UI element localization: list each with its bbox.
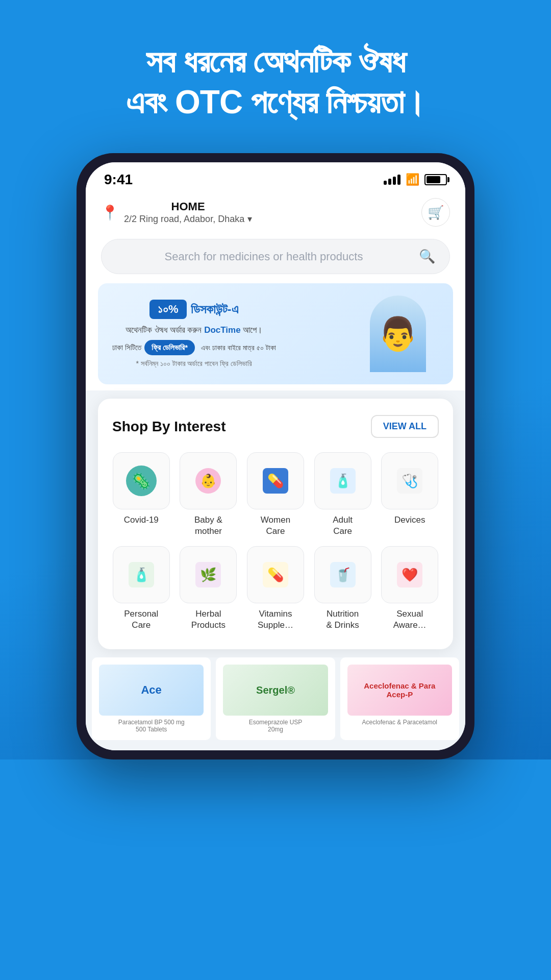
- vitamins-icon-box: 💊: [247, 546, 304, 603]
- baby-mother-icon-box: 👶: [180, 452, 237, 509]
- category-item-devices[interactable]: 🩺 Devices: [381, 452, 439, 537]
- app-header: 📍 HOME 2/2 Ring road, Adabor, Dhaka ▾ 🛒: [86, 193, 465, 235]
- herbal-products-icon-box: 🌿: [180, 546, 237, 603]
- covid-icon: 🦠: [126, 465, 157, 496]
- shop-header: Shop By Interest VIEW ALL: [112, 415, 439, 438]
- shop-by-interest-wrapper: Shop By Interest VIEW ALL 🦠 Covid-19: [86, 390, 465, 657]
- hero-section: সব ধরনের অেথনটিক ঔষধ এবং OTC পণ্যের নিশ্…: [0, 0, 551, 760]
- cart-icon: 🛒: [428, 205, 444, 220]
- brand-name: DocTime: [204, 325, 241, 335]
- hero-line2: এবং OTC পণ্যের নিশ্চয়তা।: [126, 84, 424, 120]
- sexual-aware-icon: ❤️: [397, 562, 422, 587]
- adult-care-icon-box: 🧴: [314, 452, 371, 509]
- personal-care-icon: 🧴: [129, 562, 154, 587]
- covid-label: Covid-19: [124, 514, 159, 526]
- outside-text: এবং ঢাকার বাইরে মাত্র ৫০ টাকা: [201, 344, 276, 352]
- location-address: 2/2 Ring road, Adabor, Dhaka ▾: [124, 213, 252, 225]
- nutrition-drinks-label: Nutrition& Drinks: [326, 608, 359, 631]
- cart-button[interactable]: 🛒: [421, 198, 450, 227]
- adult-care-icon: 🧴: [330, 468, 356, 494]
- product-ace[interactable]: Ace Paracetamol BP 500 mg500 Tablets: [92, 657, 211, 740]
- nutrition-drinks-icon: 🥤: [330, 562, 356, 587]
- sergel-product-image: Sergel®: [223, 665, 328, 716]
- location-text: HOME 2/2 Ring road, Adabor, Dhaka ▾: [124, 200, 252, 225]
- acep-product-name: Aceclofenac & Paracetamol: [362, 719, 437, 726]
- sergel-product-name: Esomeprazole USP20mg: [249, 719, 303, 733]
- discount-percent: ১০%: [149, 300, 187, 319]
- city-label: ঢাকা সিটিতে: [112, 343, 141, 352]
- search-bar-section: Search for medicines or health products …: [86, 235, 465, 283]
- devices-label: Devices: [394, 514, 425, 526]
- banner-desc1: অথেনটিক ঔষধ অর্ডার করুন DocTime আপে।: [112, 324, 276, 336]
- shop-by-interest-section: Shop By Interest VIEW ALL 🦠 Covid-19: [98, 399, 453, 649]
- hero-text: সব ধরনের অেথনটিক ঔষধ এবং OTC পণ্যের নিশ্…: [31, 41, 520, 122]
- status-icons: 📶: [384, 173, 447, 186]
- devices-icon-box: 🩺: [381, 452, 438, 509]
- adult-care-label: AdultCare: [333, 514, 353, 537]
- discount-badge: ১০% ডিসকাউন্ট-এ: [149, 300, 239, 319]
- category-grid: 🦠 Covid-19 👶 Baby &mother: [112, 452, 439, 631]
- sexual-aware-icon-box: ❤️: [381, 546, 438, 603]
- search-input[interactable]: Search for medicines or health products …: [101, 239, 450, 274]
- location-label: HOME: [124, 200, 252, 213]
- wifi-icon: 📶: [406, 173, 419, 186]
- ace-product-image: Ace: [99, 665, 204, 716]
- herbal-products-label: HerbalProducts: [191, 608, 226, 631]
- category-item-nutrition-drinks[interactable]: 🥤 Nutrition& Drinks: [314, 546, 372, 631]
- discount-label: ডিসকাউন্ট-এ: [191, 302, 239, 316]
- category-item-adult-care[interactable]: 🧴 AdultCare: [314, 452, 372, 537]
- products-preview: Ace Paracetamol BP 500 mg500 Tablets Ser…: [86, 657, 465, 750]
- acep-product-image: Aceclofenac & ParaAcep-P: [347, 665, 452, 716]
- shop-title: Shop By Interest: [112, 419, 226, 435]
- phone-frame: 9:41 📶: [77, 153, 474, 760]
- category-item-herbal-products[interactable]: 🌿 HerbalProducts: [180, 546, 238, 631]
- category-item-baby-mother[interactable]: 👶 Baby &mother: [180, 452, 238, 537]
- covid-icon-box: 🦠: [113, 452, 170, 509]
- nutrition-drinks-icon-box: 🥤: [314, 546, 371, 603]
- status-time: 9:41: [104, 172, 133, 188]
- vitamins-label: VitaminsSupple…: [258, 608, 293, 631]
- personal-care-icon-box: 🧴: [113, 546, 170, 603]
- phone-mockup: 9:41 📶: [31, 153, 520, 760]
- sexual-aware-label: SexualAware…: [393, 608, 427, 631]
- banner-note: * সর্বনিম্ন ১০০ টাকার অর্ডারে পাবেন ফ্রি…: [112, 359, 276, 368]
- category-item-vitamins[interactable]: 💊 VitaminsSupple…: [246, 546, 305, 631]
- promo-banner[interactable]: ১০% ডিসকাউন্ট-এ অথেনটিক ঔষধ অর্ডার করুন …: [98, 283, 453, 384]
- search-icon: 🔍: [419, 249, 435, 264]
- banner-text: ১০% ডিসকাউন্ট-এ অথেনটিক ঔষধ অর্ডার করুন …: [112, 300, 276, 369]
- location-pin-icon: 📍: [101, 204, 119, 221]
- banner-section: ১০% ডিসকাউন্ট-এ অথেনটিক ঔষধ অর্ডার করুন …: [86, 283, 465, 390]
- signal-icon: [384, 175, 400, 185]
- category-item-personal-care[interactable]: 🧴 PersonalCare: [112, 546, 170, 631]
- category-item-covid[interactable]: 🦠 Covid-19: [112, 452, 170, 537]
- free-delivery-badge: ফ্রি ডেলিভারি*: [144, 340, 195, 355]
- chevron-down-icon: ▾: [247, 213, 252, 225]
- baby-mother-icon: 👶: [195, 468, 221, 494]
- women-care-icon-box: 💊: [247, 452, 304, 509]
- baby-mother-label: Baby &mother: [194, 514, 222, 537]
- view-all-button[interactable]: VIEW ALL: [371, 415, 439, 438]
- hero-line1: সব ধরনের অেথনটিক ঔষধ: [146, 43, 405, 80]
- status-bar: 9:41 📶: [86, 162, 465, 193]
- category-item-sexual-aware[interactable]: ❤️ SexualAware…: [381, 546, 439, 631]
- phone-screen: 9:41 📶: [86, 162, 465, 750]
- category-item-women-care[interactable]: 💊 WomenCare: [246, 452, 305, 537]
- location-info[interactable]: 📍 HOME 2/2 Ring road, Adabor, Dhaka ▾: [101, 200, 252, 225]
- vitamins-icon: 💊: [263, 562, 288, 587]
- herbal-products-icon: 🌿: [195, 562, 221, 587]
- devices-icon: 🩺: [397, 468, 422, 494]
- women-care-label: WomenCare: [261, 514, 290, 537]
- women-care-icon: 💊: [263, 468, 288, 494]
- search-placeholder: Search for medicines or health products: [116, 250, 412, 263]
- product-acep[interactable]: Aceclofenac & ParaAcep-P Aceclofenac & P…: [340, 657, 459, 740]
- ace-product-name: Paracetamol BP 500 mg500 Tablets: [118, 719, 185, 733]
- product-sergel[interactable]: Sergel® Esomeprazole USP20mg: [216, 657, 335, 740]
- banner-person-image: 👨: [357, 296, 439, 372]
- personal-care-label: PersonalCare: [124, 608, 158, 631]
- battery-icon: [424, 174, 447, 185]
